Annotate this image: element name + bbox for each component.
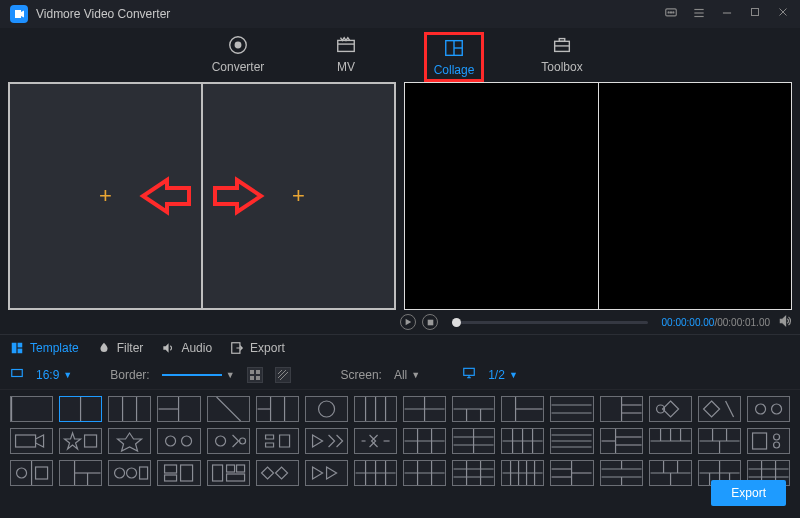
template-thumb[interactable]: [305, 460, 348, 486]
aspect-icon[interactable]: [10, 366, 24, 383]
collage-slot-1[interactable]: +: [9, 83, 202, 309]
template-thumb[interactable]: [157, 460, 200, 486]
template-thumb[interactable]: [157, 428, 200, 454]
template-thumb[interactable]: [452, 460, 495, 486]
svg-line-34: [280, 372, 288, 380]
svg-rect-116: [140, 467, 148, 479]
svg-rect-105: [752, 433, 766, 449]
border-grid-button[interactable]: [247, 367, 263, 383]
template-thumb[interactable]: [10, 460, 53, 486]
svg-rect-24: [18, 342, 23, 347]
svg-marker-71: [65, 433, 81, 449]
svg-line-45: [216, 397, 240, 421]
template-thumb[interactable]: [108, 460, 151, 486]
template-thumb[interactable]: [207, 396, 250, 422]
svg-line-67: [725, 401, 733, 417]
tab-mv[interactable]: MV: [316, 32, 376, 76]
subtab-export[interactable]: Export: [230, 341, 285, 355]
feedback-icon[interactable]: [664, 6, 678, 23]
tab-label: Toolbox: [541, 60, 582, 74]
template-thumb[interactable]: [207, 428, 250, 454]
timecode: 00:00:00.00/00:00:01.00: [662, 317, 770, 328]
player-bar: 00:00:00.00/00:00:01.00: [0, 310, 800, 334]
template-thumb[interactable]: [354, 460, 397, 486]
template-thumb[interactable]: [649, 428, 692, 454]
template-thumb[interactable]: [649, 460, 692, 486]
minimize-icon[interactable]: [720, 6, 734, 23]
export-button[interactable]: Export: [711, 480, 786, 506]
template-thumb[interactable]: [403, 460, 446, 486]
template-thumb[interactable]: [354, 396, 397, 422]
preview-pane-1: [405, 83, 599, 309]
svg-rect-122: [236, 465, 244, 472]
stop-button[interactable]: [422, 314, 438, 330]
template-thumb[interactable]: [108, 396, 151, 422]
svg-rect-117: [165, 465, 177, 473]
svg-point-49: [318, 401, 334, 417]
tab-collage[interactable]: Collage: [424, 32, 484, 82]
template-thumb[interactable]: [747, 428, 790, 454]
template-thumb[interactable]: [698, 396, 741, 422]
maximize-icon[interactable]: [748, 6, 762, 23]
add-icon: +: [292, 183, 305, 209]
template-thumb[interactable]: [600, 428, 643, 454]
border-pattern-button[interactable]: [275, 367, 291, 383]
svg-rect-120: [212, 465, 222, 481]
template-thumb[interactable]: [305, 396, 348, 422]
play-button[interactable]: [400, 314, 416, 330]
template-thumb[interactable]: [747, 396, 790, 422]
export-button-label: Export: [731, 486, 766, 500]
template-thumb[interactable]: [550, 428, 593, 454]
subtab-filter[interactable]: Filter: [97, 341, 144, 355]
template-thumb[interactable]: [59, 428, 102, 454]
template-thumb[interactable]: [256, 460, 299, 486]
tutorial-arrow-right-icon: [209, 176, 265, 216]
template-thumb[interactable]: [501, 396, 544, 422]
template-thumb[interactable]: [550, 396, 593, 422]
screen-dropdown[interactable]: All ▼: [394, 368, 420, 382]
template-thumb[interactable]: [354, 428, 397, 454]
seek-bar[interactable]: [452, 321, 648, 324]
svg-point-107: [773, 442, 779, 448]
template-thumb[interactable]: [10, 428, 53, 454]
template-thumb[interactable]: [698, 428, 741, 454]
svg-rect-29: [250, 370, 254, 374]
menu-icon[interactable]: [692, 6, 706, 23]
template-thumb[interactable]: [600, 396, 643, 422]
template-thumb[interactable]: [452, 396, 495, 422]
template-thumb[interactable]: [501, 428, 544, 454]
svg-point-69: [771, 404, 781, 414]
template-thumb[interactable]: [256, 428, 299, 454]
template-thumb[interactable]: [108, 428, 151, 454]
page-dropdown[interactable]: 1/2 ▼: [488, 368, 518, 382]
template-thumb[interactable]: [403, 396, 446, 422]
template-thumb[interactable]: [256, 396, 299, 422]
subtab-template[interactable]: Template: [10, 341, 79, 355]
svg-rect-8: [752, 8, 759, 15]
tab-converter[interactable]: Converter: [208, 32, 268, 76]
template-thumb[interactable]: [59, 460, 102, 486]
tab-toolbox[interactable]: Toolbox: [532, 32, 592, 76]
template-tab-icon: [10, 341, 24, 355]
template-thumb[interactable]: [305, 428, 348, 454]
template-thumb[interactable]: [157, 396, 200, 422]
monitor-icon[interactable]: [462, 366, 476, 383]
template-thumb[interactable]: [403, 428, 446, 454]
aspect-dropdown[interactable]: 16:9 ▼: [36, 368, 72, 382]
template-thumb[interactable]: [649, 396, 692, 422]
border-dropdown[interactable]: ▼: [162, 370, 235, 380]
template-thumb[interactable]: [550, 460, 593, 486]
template-thumb[interactable]: [207, 460, 250, 486]
close-icon[interactable]: [776, 6, 790, 23]
subtab-audio[interactable]: Audio: [161, 341, 212, 355]
template-thumb[interactable]: [600, 460, 643, 486]
svg-point-115: [127, 468, 137, 478]
volume-icon[interactable]: [778, 314, 792, 331]
collage-slot-2[interactable]: +: [202, 83, 395, 309]
template-thumb[interactable]: [10, 396, 53, 422]
template-thumb[interactable]: [501, 460, 544, 486]
template-thumb[interactable]: [452, 428, 495, 454]
template-thumb[interactable]: [59, 396, 102, 422]
svg-rect-21: [427, 319, 433, 325]
svg-rect-72: [85, 435, 97, 447]
